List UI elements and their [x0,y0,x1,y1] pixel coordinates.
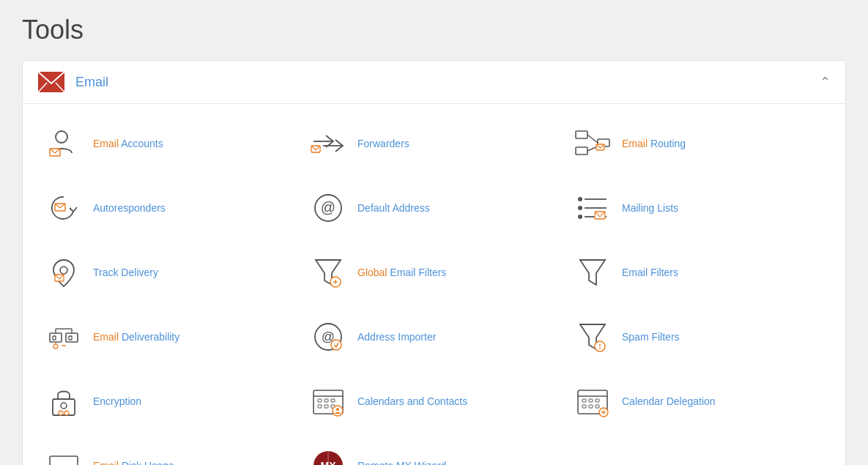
svg-point-19 [578,206,582,210]
email-accounts-label: Email Accounts [93,138,163,149]
default-address-label: Default Address [357,202,430,214]
section-header-left: Email [37,71,108,93]
tool-item-email-accounts[interactable]: Email Accounts [37,111,302,176]
tool-item-track-delivery[interactable]: Track Delivery [37,240,302,305]
tool-item-spam-filters[interactable]: Spam Filters [566,305,831,369]
svg-line-11 [587,135,598,143]
encryption-label: Encryption [93,395,141,407]
calendars-contacts-icon [309,382,347,420]
autoresponders-label: Autoresponders [93,202,166,214]
svg-rect-54 [318,399,322,402]
svg-point-39 [53,344,58,349]
spam-filters-label: Spam Filters [622,331,680,343]
tools-grid: Email Accounts Forwarders [23,104,845,465]
email-section-card: Email ⌃ Email Accounts [22,60,846,465]
svg-rect-69 [589,405,593,408]
svg-point-49 [61,403,67,409]
svg-point-17 [578,197,582,201]
svg-rect-32 [53,336,56,340]
mailing-lists-label: Mailing Lists [622,202,678,214]
svg-rect-56 [331,399,335,402]
email-accounts-icon [45,124,83,163]
email-section-header[interactable]: Email ⌃ [23,61,845,104]
svg-rect-74 [50,456,78,465]
svg-rect-59 [324,405,328,408]
tool-item-autoresponders[interactable]: Autoresponders [37,176,302,240]
forwarders-icon [309,124,347,163]
svg-rect-8 [576,131,587,138]
default-address-icon: @ [309,189,347,227]
tool-item-default-address[interactable]: @ Default Address [302,176,566,240]
address-importer-icon: @ [309,318,347,356]
tool-item-global-email-filters[interactable]: Global Email Filters [302,240,566,305]
svg-rect-58 [318,405,322,408]
email-filters-icon [574,253,612,291]
svg-point-62 [336,408,339,411]
svg-point-21 [578,215,582,219]
tool-item-email-disk-usage[interactable]: Email Disk Usage [37,434,302,465]
tool-item-mailing-lists[interactable]: Mailing Lists [566,176,831,240]
remote-mx-wizard-label: Remote MX Wizard [357,460,446,465]
remote-mx-wizard-icon: MX [309,447,347,465]
tool-item-calendars-contacts[interactable]: Calendars and Contacts [302,369,566,434]
svg-rect-48 [53,399,75,415]
svg-rect-68 [582,405,586,408]
svg-rect-70 [596,405,599,408]
svg-rect-37 [69,336,72,340]
forwarders-label: Forwarders [357,138,409,149]
calendars-contacts-label: Calendars and Contacts [357,395,467,407]
email-routing-label: Email Routing [622,138,686,149]
email-section-icon [37,71,65,93]
svg-rect-65 [582,399,586,402]
svg-marker-30 [580,260,605,285]
email-deliverability-icon [45,318,83,356]
calendar-delegation-label: Calendar Delegation [622,395,716,407]
chevron-up-icon: ⌃ [820,74,831,90]
global-email-filters-label: Global Email Filters [357,267,446,278]
svg-point-3 [56,131,67,143]
tool-item-remote-mx-wizard[interactable]: MX Remote MX Wizard [302,434,566,465]
tool-item-encryption[interactable]: Encryption [37,369,302,434]
tool-item-email-filters[interactable]: Email Filters [566,240,831,305]
svg-point-24 [60,267,67,274]
global-email-filters-icon [309,253,347,291]
track-delivery-label: Track Delivery [93,267,158,278]
address-importer-label: Address Importer [357,331,436,343]
calendar-delegation-icon [574,382,612,420]
svg-point-43 [331,340,341,350]
svg-rect-66 [589,399,593,402]
email-filters-label: Email Filters [622,267,678,278]
email-deliverability-label: Email Deliverability [93,331,179,343]
tool-item-email-routing[interactable]: Email Routing [566,111,831,176]
tool-item-calendar-delegation[interactable]: Calendar Delegation [566,369,831,434]
svg-rect-55 [324,399,328,402]
tool-item-address-importer[interactable]: @ Address Importer [302,305,566,369]
encryption-icon [45,382,83,420]
svg-point-51 [64,411,69,415]
svg-text:@: @ [321,199,335,215]
page-title: Tools [22,15,846,45]
tool-item-email-deliverability[interactable]: Email Deliverability [37,305,302,369]
email-disk-usage-icon [45,447,83,465]
mailing-lists-icon [574,189,612,227]
tool-item-forwarders[interactable]: Forwarders [302,111,566,176]
track-delivery-icon [45,253,83,291]
email-section-label: Email [75,75,108,90]
autoresponders-icon [45,189,83,227]
email-routing-icon [574,124,612,163]
svg-point-47 [599,348,601,349]
spam-filters-icon [574,318,612,356]
page-container: Tools Email ⌃ [0,0,868,465]
svg-rect-67 [596,399,599,402]
email-disk-usage-label: Email Disk Usage [93,460,174,465]
svg-point-50 [59,411,63,415]
svg-rect-9 [576,147,587,155]
